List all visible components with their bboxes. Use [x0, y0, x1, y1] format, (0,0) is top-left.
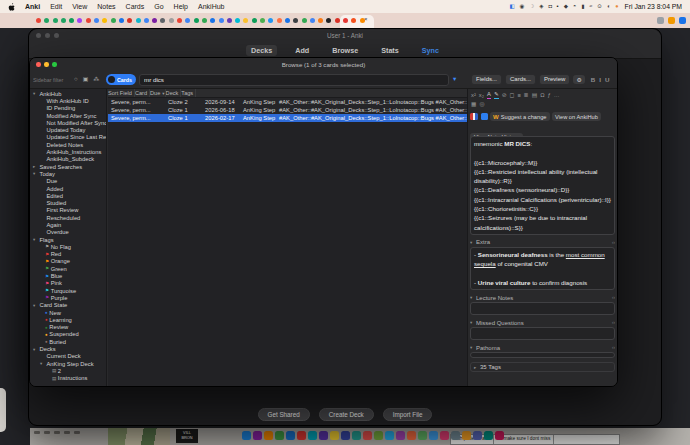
tab-favicon[interactable] — [252, 18, 257, 23]
tab-favicon[interactable] — [94, 18, 99, 23]
status-icon[interactable]: ≈ — [589, 4, 592, 9]
preview-button[interactable]: Preview — [539, 74, 570, 85]
menu-item[interactable]: View — [72, 3, 87, 10]
menu-clock[interactable]: Fri Jan 23 8:04 PM — [625, 3, 682, 10]
format-icon[interactable]: ▤ — [532, 92, 537, 99]
sidebar-item[interactable]: Again — [30, 221, 106, 228]
tab-favicon[interactable] — [69, 18, 74, 23]
sidebar-item[interactable]: AnkiHub_Subdeck — [30, 156, 106, 163]
deck-action-button[interactable]: Create Deck — [319, 408, 374, 421]
deck-action-button[interactable]: Get Shared — [258, 408, 310, 421]
status-icon[interactable]: ◧ — [509, 4, 514, 9]
tab-favicon[interactable] — [152, 18, 157, 23]
dock-app-icon[interactable] — [264, 431, 273, 440]
tab-favicon[interactable] — [127, 18, 132, 23]
addon-icon[interactable] — [481, 113, 488, 120]
status-icon[interactable]: ◓ — [573, 4, 576, 9]
status-icon[interactable]: ⊙ — [597, 4, 602, 9]
format-icon[interactable]: ◎ — [479, 101, 484, 107]
browser-toolbar-icon[interactable] — [668, 17, 675, 24]
format-icon[interactable]: x² — [471, 92, 476, 99]
sidebar-item[interactable]: ⚑ Red — [30, 251, 106, 258]
format-icon[interactable]: ✎ — [494, 91, 499, 99]
sidebar-tool-icon[interactable]: ▣ — [83, 74, 89, 84]
dock-app-icon[interactable] — [451, 431, 460, 440]
tab-favicon[interactable] — [177, 18, 182, 23]
expander-arrow-icon[interactable]: ▾ — [33, 303, 38, 308]
tab-favicon[interactable] — [285, 18, 290, 23]
html-editor-icon[interactable]: ‹› — [612, 240, 615, 245]
status-icon[interactable]: ● — [615, 4, 618, 9]
format-icon[interactable]: … — [554, 92, 560, 99]
tab-favicon[interactable] — [326, 18, 331, 23]
dock-app-icon[interactable] — [473, 431, 482, 440]
card-row[interactable]: Severe, perm... Cloze 2 2026-09-14 AnKin… — [108, 98, 467, 106]
menu-item[interactable]: Anki — [25, 3, 40, 10]
sidebar-item[interactable]: ● Learning — [30, 316, 106, 323]
tab-favicon[interactable] — [202, 18, 207, 23]
column-header[interactable]: Due ▾ — [150, 89, 166, 97]
browse-titlebar[interactable]: Browse (1 of 3 cards selected) — [30, 58, 617, 70]
sidebar-item[interactable]: Studied — [30, 199, 106, 206]
sidebar-item[interactable]: Edited — [30, 192, 106, 199]
tab-favicon[interactable] — [302, 18, 307, 23]
field-content[interactable] — [470, 302, 615, 315]
tab-favicon[interactable] — [86, 18, 91, 23]
field-content[interactable]: mnemonic MR DICS: {{c1::Microcephaly::M}… — [470, 136, 615, 235]
sidebar-item[interactable]: ID Pending — [30, 105, 106, 112]
sidebar-item[interactable]: Not Modified After Sync — [30, 119, 106, 126]
tab-favicon[interactable] — [119, 18, 124, 23]
sidebar-item[interactable]: ▾ Decks — [30, 345, 106, 352]
sidebar-item[interactable]: ⚑ Turquoise — [30, 287, 106, 294]
deck-action-button[interactable]: Import File — [383, 408, 433, 421]
sidebar-item[interactable]: ▾ Card State — [30, 302, 106, 309]
field-header[interactable]: ▾Missed Questions‹› — [470, 318, 615, 327]
sidebar-item[interactable]: ▾ Flags — [30, 236, 106, 243]
tab-favicon[interactable] — [351, 18, 356, 23]
field-content[interactable]: - Sensorineural deafness is the most com… — [470, 247, 615, 290]
main-nav-item[interactable]: Browse — [327, 45, 363, 56]
sidebar-item[interactable]: With AnkiHub ID — [30, 97, 106, 104]
tab-favicon[interactable] — [310, 18, 315, 23]
dock-app-icon[interactable] — [385, 431, 394, 440]
sidebar-item[interactable]: ⚑ No Flag — [30, 243, 106, 250]
sidebar-item[interactable]: Updated Today — [30, 126, 106, 133]
format-icon[interactable]: ≣ — [524, 92, 529, 99]
tab-favicon[interactable] — [194, 18, 199, 23]
field-header[interactable]: ▾Lecture Notes‹› — [470, 293, 615, 302]
html-editor-icon[interactable]: ‹› — [612, 345, 615, 350]
sidebar-item[interactable]: Overdue — [30, 229, 106, 236]
fields-button[interactable]: Fields... — [471, 74, 502, 85]
expander-arrow-icon[interactable]: ▾ — [40, 361, 45, 366]
dock-app-icon[interactable] — [275, 431, 284, 440]
expander-arrow-icon[interactable]: ▾ — [33, 91, 38, 96]
menu-item[interactable]: Go — [154, 3, 163, 10]
main-nav-item[interactable]: Stats — [376, 45, 404, 56]
status-icon[interactable]: ◐ — [607, 4, 610, 9]
format-icon[interactable]: ▦ — [471, 101, 476, 107]
status-icon[interactable]: ▪ — [557, 4, 559, 9]
editor-settings-gear-icon[interactable]: ⚙ — [573, 75, 584, 84]
search-input[interactable] — [139, 74, 449, 86]
format-icon[interactable]: A — [487, 91, 491, 99]
dock-app-icon[interactable] — [462, 431, 471, 440]
dock-app-icon[interactable] — [253, 431, 262, 440]
tab-favicon[interactable] — [277, 18, 282, 23]
tab-favicon[interactable] — [343, 18, 348, 23]
sidebar-item[interactable]: ▸ Saved Searches — [30, 163, 106, 170]
menu-item[interactable]: Cards — [126, 3, 145, 10]
browser-toolbar-icon[interactable] — [657, 17, 664, 24]
sidebar-item[interactable]: ● Review — [30, 324, 106, 331]
card-row[interactable]: Severe, perm... Cloze 1 2026-02-17 AnKin… — [108, 114, 467, 122]
sidebar-item[interactable]: ▤ 2 — [30, 367, 106, 374]
dock-app-icon[interactable] — [297, 431, 306, 440]
status-icon[interactable]: ◆ — [564, 4, 568, 9]
dock-app-icon[interactable] — [407, 431, 416, 440]
sidebar-item[interactable]: ⚑ Orange — [30, 258, 106, 265]
search-history-chevron-icon[interactable]: ▾ — [453, 75, 456, 83]
format-icon[interactable]: ƒ — [547, 92, 550, 99]
dock-app-icon[interactable] — [242, 431, 251, 440]
dock-app-icon[interactable] — [330, 431, 339, 440]
tab-close-icon[interactable]: × — [364, 16, 368, 22]
sidebar-item[interactable]: ● Suspended — [30, 331, 106, 338]
